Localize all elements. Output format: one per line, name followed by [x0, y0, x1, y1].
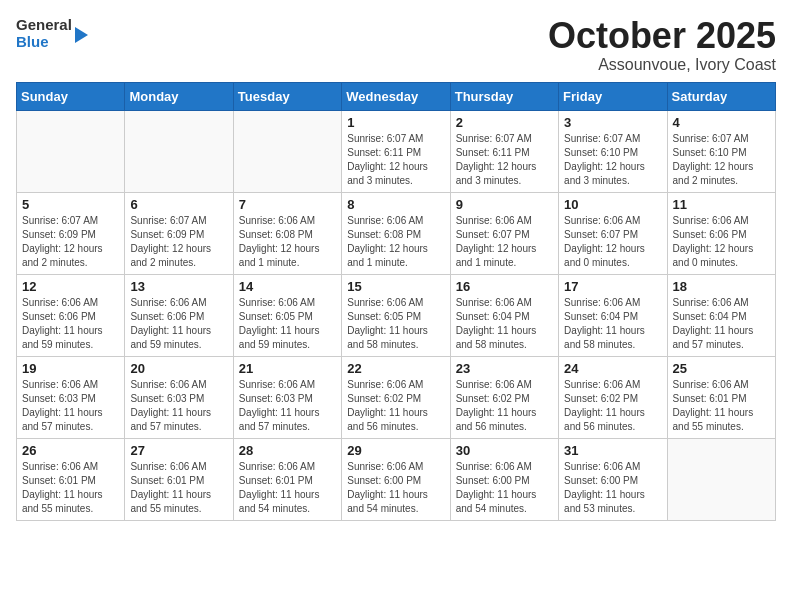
- calendar-cell: 1Sunrise: 6:07 AM Sunset: 6:11 PM Daylig…: [342, 110, 450, 192]
- day-number: 21: [239, 361, 336, 376]
- day-number: 8: [347, 197, 444, 212]
- day-number: 29: [347, 443, 444, 458]
- calendar-cell: [17, 110, 125, 192]
- calendar-cell: 11Sunrise: 6:06 AM Sunset: 6:06 PM Dayli…: [667, 192, 775, 274]
- logo-blue: Blue: [16, 33, 72, 50]
- day-info: Sunrise: 6:06 AM Sunset: 6:05 PM Dayligh…: [239, 296, 336, 352]
- calendar-cell: 17Sunrise: 6:06 AM Sunset: 6:04 PM Dayli…: [559, 274, 667, 356]
- day-info: Sunrise: 6:06 AM Sunset: 6:06 PM Dayligh…: [130, 296, 227, 352]
- day-number: 14: [239, 279, 336, 294]
- calendar-week-row: 26Sunrise: 6:06 AM Sunset: 6:01 PM Dayli…: [17, 438, 776, 520]
- weekday-header-sunday: Sunday: [17, 82, 125, 110]
- day-number: 30: [456, 443, 553, 458]
- calendar-cell: 29Sunrise: 6:06 AM Sunset: 6:00 PM Dayli…: [342, 438, 450, 520]
- calendar-cell: 27Sunrise: 6:06 AM Sunset: 6:01 PM Dayli…: [125, 438, 233, 520]
- day-number: 23: [456, 361, 553, 376]
- calendar-cell: 20Sunrise: 6:06 AM Sunset: 6:03 PM Dayli…: [125, 356, 233, 438]
- title-block: October 2025 Assounvoue, Ivory Coast: [548, 16, 776, 74]
- day-number: 25: [673, 361, 770, 376]
- day-number: 11: [673, 197, 770, 212]
- day-info: Sunrise: 6:06 AM Sunset: 6:05 PM Dayligh…: [347, 296, 444, 352]
- day-info: Sunrise: 6:06 AM Sunset: 6:04 PM Dayligh…: [564, 296, 661, 352]
- day-info: Sunrise: 6:06 AM Sunset: 6:02 PM Dayligh…: [456, 378, 553, 434]
- day-info: Sunrise: 6:06 AM Sunset: 6:03 PM Dayligh…: [130, 378, 227, 434]
- day-info: Sunrise: 6:06 AM Sunset: 6:04 PM Dayligh…: [456, 296, 553, 352]
- calendar-week-row: 19Sunrise: 6:06 AM Sunset: 6:03 PM Dayli…: [17, 356, 776, 438]
- calendar-cell: [667, 438, 775, 520]
- logo-arrow-icon: [75, 27, 88, 43]
- day-number: 26: [22, 443, 119, 458]
- day-number: 31: [564, 443, 661, 458]
- calendar-cell: 6Sunrise: 6:07 AM Sunset: 6:09 PM Daylig…: [125, 192, 233, 274]
- day-number: 2: [456, 115, 553, 130]
- weekday-header-thursday: Thursday: [450, 82, 558, 110]
- day-info: Sunrise: 6:07 AM Sunset: 6:11 PM Dayligh…: [347, 132, 444, 188]
- location-subtitle: Assounvoue, Ivory Coast: [548, 56, 776, 74]
- day-info: Sunrise: 6:06 AM Sunset: 6:08 PM Dayligh…: [347, 214, 444, 270]
- day-info: Sunrise: 6:07 AM Sunset: 6:10 PM Dayligh…: [673, 132, 770, 188]
- day-info: Sunrise: 6:06 AM Sunset: 6:00 PM Dayligh…: [564, 460, 661, 516]
- calendar-cell: 2Sunrise: 6:07 AM Sunset: 6:11 PM Daylig…: [450, 110, 558, 192]
- weekday-header-friday: Friday: [559, 82, 667, 110]
- day-number: 4: [673, 115, 770, 130]
- logo-general: General: [16, 16, 72, 33]
- day-number: 12: [22, 279, 119, 294]
- day-number: 15: [347, 279, 444, 294]
- calendar-cell: 4Sunrise: 6:07 AM Sunset: 6:10 PM Daylig…: [667, 110, 775, 192]
- calendar-cell: 22Sunrise: 6:06 AM Sunset: 6:02 PM Dayli…: [342, 356, 450, 438]
- day-info: Sunrise: 6:07 AM Sunset: 6:10 PM Dayligh…: [564, 132, 661, 188]
- day-number: 28: [239, 443, 336, 458]
- calendar-cell: 26Sunrise: 6:06 AM Sunset: 6:01 PM Dayli…: [17, 438, 125, 520]
- calendar-cell: 7Sunrise: 6:06 AM Sunset: 6:08 PM Daylig…: [233, 192, 341, 274]
- day-info: Sunrise: 6:06 AM Sunset: 6:03 PM Dayligh…: [239, 378, 336, 434]
- day-info: Sunrise: 6:06 AM Sunset: 6:01 PM Dayligh…: [130, 460, 227, 516]
- weekday-header-tuesday: Tuesday: [233, 82, 341, 110]
- calendar-cell: 24Sunrise: 6:06 AM Sunset: 6:02 PM Dayli…: [559, 356, 667, 438]
- calendar-cell: [233, 110, 341, 192]
- day-info: Sunrise: 6:06 AM Sunset: 6:01 PM Dayligh…: [673, 378, 770, 434]
- day-info: Sunrise: 6:07 AM Sunset: 6:09 PM Dayligh…: [22, 214, 119, 270]
- weekday-header-monday: Monday: [125, 82, 233, 110]
- calendar-table: SundayMondayTuesdayWednesdayThursdayFrid…: [16, 82, 776, 521]
- day-info: Sunrise: 6:06 AM Sunset: 6:02 PM Dayligh…: [564, 378, 661, 434]
- calendar-cell: 25Sunrise: 6:06 AM Sunset: 6:01 PM Dayli…: [667, 356, 775, 438]
- day-info: Sunrise: 6:06 AM Sunset: 6:01 PM Dayligh…: [22, 460, 119, 516]
- day-number: 1: [347, 115, 444, 130]
- day-info: Sunrise: 6:06 AM Sunset: 6:02 PM Dayligh…: [347, 378, 444, 434]
- page-header: General Blue October 2025 Assounvoue, Iv…: [16, 16, 776, 74]
- calendar-cell: 8Sunrise: 6:06 AM Sunset: 6:08 PM Daylig…: [342, 192, 450, 274]
- day-number: 17: [564, 279, 661, 294]
- calendar-cell: 21Sunrise: 6:06 AM Sunset: 6:03 PM Dayli…: [233, 356, 341, 438]
- calendar-cell: [125, 110, 233, 192]
- calendar-cell: 10Sunrise: 6:06 AM Sunset: 6:07 PM Dayli…: [559, 192, 667, 274]
- calendar-cell: 5Sunrise: 6:07 AM Sunset: 6:09 PM Daylig…: [17, 192, 125, 274]
- day-info: Sunrise: 6:06 AM Sunset: 6:06 PM Dayligh…: [673, 214, 770, 270]
- day-number: 13: [130, 279, 227, 294]
- day-info: Sunrise: 6:06 AM Sunset: 6:07 PM Dayligh…: [456, 214, 553, 270]
- calendar-cell: 15Sunrise: 6:06 AM Sunset: 6:05 PM Dayli…: [342, 274, 450, 356]
- day-number: 5: [22, 197, 119, 212]
- day-number: 9: [456, 197, 553, 212]
- logo: General Blue: [16, 16, 88, 50]
- day-info: Sunrise: 6:07 AM Sunset: 6:11 PM Dayligh…: [456, 132, 553, 188]
- day-number: 7: [239, 197, 336, 212]
- day-number: 22: [347, 361, 444, 376]
- calendar-week-row: 1Sunrise: 6:07 AM Sunset: 6:11 PM Daylig…: [17, 110, 776, 192]
- weekday-header-saturday: Saturday: [667, 82, 775, 110]
- calendar-cell: 23Sunrise: 6:06 AM Sunset: 6:02 PM Dayli…: [450, 356, 558, 438]
- day-number: 10: [564, 197, 661, 212]
- weekday-header-wednesday: Wednesday: [342, 82, 450, 110]
- day-info: Sunrise: 6:06 AM Sunset: 6:04 PM Dayligh…: [673, 296, 770, 352]
- day-number: 20: [130, 361, 227, 376]
- calendar-cell: 13Sunrise: 6:06 AM Sunset: 6:06 PM Dayli…: [125, 274, 233, 356]
- day-number: 3: [564, 115, 661, 130]
- day-info: Sunrise: 6:06 AM Sunset: 6:00 PM Dayligh…: [456, 460, 553, 516]
- day-number: 24: [564, 361, 661, 376]
- day-number: 6: [130, 197, 227, 212]
- weekday-header-row: SundayMondayTuesdayWednesdayThursdayFrid…: [17, 82, 776, 110]
- calendar-cell: 18Sunrise: 6:06 AM Sunset: 6:04 PM Dayli…: [667, 274, 775, 356]
- day-info: Sunrise: 6:06 AM Sunset: 6:03 PM Dayligh…: [22, 378, 119, 434]
- calendar-week-row: 12Sunrise: 6:06 AM Sunset: 6:06 PM Dayli…: [17, 274, 776, 356]
- calendar-cell: 3Sunrise: 6:07 AM Sunset: 6:10 PM Daylig…: [559, 110, 667, 192]
- calendar-cell: 9Sunrise: 6:06 AM Sunset: 6:07 PM Daylig…: [450, 192, 558, 274]
